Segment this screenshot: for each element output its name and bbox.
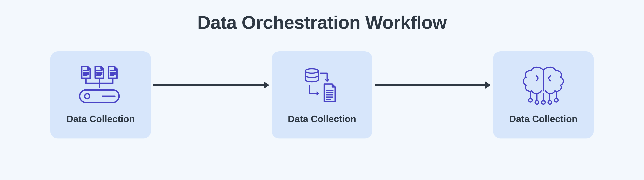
workflow-node-label: Data Collection (288, 113, 356, 124)
neural-brain-icon (518, 61, 568, 112)
db-to-file-icon (300, 61, 344, 112)
svg-point-10 (548, 101, 552, 104)
svg-point-7 (528, 98, 532, 102)
workflow-node: Data Collection (50, 51, 151, 139)
arrow-icon (375, 85, 491, 86)
svg-point-4 (305, 69, 318, 73)
svg-marker-6 (485, 81, 491, 89)
svg-marker-3 (264, 81, 269, 89)
workflow-row: Data Collection (0, 51, 644, 139)
workflow-node-label: Data Collection (66, 113, 135, 124)
workflow-node: Data Collection (272, 51, 372, 139)
arrow-icon (153, 85, 269, 86)
svg-point-11 (554, 98, 558, 102)
workflow-node: Data Collection (493, 51, 594, 139)
server-files-icon (76, 61, 126, 112)
workflow-node-label: Data Collection (509, 113, 578, 124)
diagram-canvas: Data Orchestration Workflow (0, 0, 644, 180)
svg-point-9 (542, 101, 545, 104)
diagram-title: Data Orchestration Workflow (0, 12, 644, 33)
svg-point-8 (535, 101, 539, 104)
svg-point-1 (85, 94, 90, 99)
